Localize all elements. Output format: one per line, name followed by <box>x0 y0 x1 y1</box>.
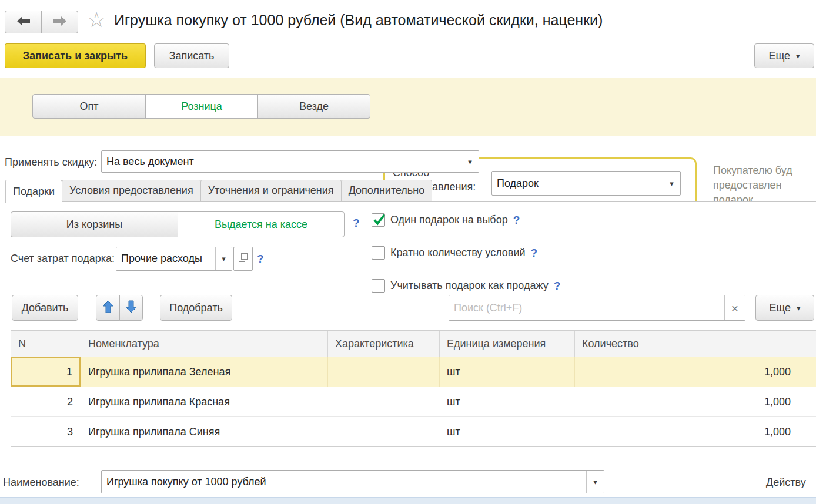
cell-unit[interactable]: шт <box>440 417 575 446</box>
cost-account-combo[interactable]: ▾ <box>116 247 232 271</box>
more-button-top-label: Еще <box>768 50 790 62</box>
tab-gifts[interactable]: Подарки <box>5 180 62 203</box>
cell-unit[interactable]: шт <box>440 387 575 416</box>
tab-bar: Подарки Условия предоставления Уточнения… <box>6 180 432 203</box>
forward-button[interactable] <box>41 11 78 33</box>
header-n[interactable]: N <box>11 331 81 357</box>
provision-method-dropdown-button[interactable]: ▾ <box>663 172 680 195</box>
chevron-down-icon: ▾ <box>593 478 597 486</box>
provision-hint-text: Покупателю буд предоставлен подарок. <box>713 163 792 207</box>
cell-n[interactable]: 1 <box>11 357 81 387</box>
segment-opt[interactable]: Опт <box>32 94 146 119</box>
table-header-row: N Номенклатура Характеристика Единица из… <box>11 330 816 357</box>
search-box: × <box>449 295 745 321</box>
save-close-button[interactable]: Записать и закрыть <box>5 43 146 68</box>
gift-source-segment-group: Из корзины Выдается на кассе <box>11 211 345 237</box>
header-characteristic[interactable]: Характеристика <box>328 331 440 357</box>
cost-account-open-button[interactable] <box>233 247 253 271</box>
count-as-sale-checkbox[interactable] <box>372 279 385 293</box>
multiplicity-label: Кратно количеству условий <box>390 247 526 259</box>
save-button[interactable]: Записать <box>154 43 229 68</box>
provision-method-value[interactable] <box>492 172 663 195</box>
apply-discount-label: Применять скидку: <box>5 156 97 169</box>
cost-account-value[interactable] <box>116 247 215 270</box>
chevron-down-icon: ▾ <box>797 304 801 312</box>
header-nomenclature[interactable]: Номенклатура <box>81 331 328 357</box>
move-up-button[interactable] <box>96 295 120 321</box>
name-dropdown-button[interactable]: ▾ <box>586 471 604 493</box>
search-clear-button[interactable]: × <box>724 295 745 320</box>
chevron-down-icon: ▾ <box>670 180 674 187</box>
count-as-sale-help-icon[interactable]: ? <box>554 280 561 293</box>
cost-account-label: Счет затрат подарка: <box>11 253 115 265</box>
tab-conditions[interactable]: Условия предоставления <box>62 180 201 201</box>
arrow-down-icon <box>125 300 137 316</box>
cell-nomenclature[interactable]: Игрушка прилипала Зеленая <box>81 357 328 387</box>
validity-label: Действу <box>766 476 806 489</box>
provision-method-combo[interactable]: ▾ <box>491 171 681 196</box>
table-row[interactable]: 1 Игрушка прилипала Зеленая шт 1,000 <box>11 357 816 387</box>
move-down-button[interactable] <box>119 295 143 321</box>
footer-strip <box>0 497 816 504</box>
gifts-table: N Номенклатура Характеристика Единица из… <box>11 330 816 447</box>
arrow-up-icon <box>102 300 114 316</box>
tab-clarifications[interactable]: Уточнения и ограничения <box>200 180 342 201</box>
cell-n[interactable]: 2 <box>11 387 81 416</box>
cell-qty[interactable]: 1,000 <box>575 357 816 387</box>
cell-qty[interactable]: 1,000 <box>575 387 816 416</box>
cell-characteristic[interactable] <box>328 357 440 387</box>
back-button[interactable] <box>5 11 42 33</box>
source-help-icon[interactable]: ? <box>353 217 360 230</box>
header-qty[interactable]: Количество <box>575 331 816 357</box>
one-gift-checkbox[interactable] <box>372 213 385 227</box>
cell-n[interactable]: 3 <box>11 417 81 446</box>
move-buttons-group <box>96 295 143 321</box>
search-input[interactable] <box>449 295 724 320</box>
table-row[interactable]: 3 Игрушка прилипала Синяя шт 1,000 <box>11 417 816 447</box>
more-button-list-label: Еще <box>769 302 791 314</box>
name-input[interactable] <box>102 471 586 493</box>
forward-arrow-icon <box>53 16 67 29</box>
add-button[interactable]: Добавить <box>12 295 78 321</box>
cell-nomenclature[interactable]: Игрушка прилипала Синяя <box>81 417 328 446</box>
cell-characteristic[interactable] <box>328 387 440 416</box>
cost-account-help-icon[interactable]: ? <box>257 253 264 266</box>
one-gift-label: Один подарок на выбор <box>390 214 508 226</box>
chevron-down-icon: ▾ <box>796 52 800 60</box>
favorite-star-icon[interactable]: ☆ <box>87 9 106 31</box>
checkmark-icon <box>372 212 387 230</box>
page-title: Игрушка покупку от 1000 рублей (Вид авто… <box>114 12 603 29</box>
count-as-sale-label: Учитывать подарок как продажу <box>390 280 549 292</box>
chevron-down-icon: ▾ <box>468 158 472 166</box>
source-segment-basket[interactable]: Из корзины <box>11 211 178 237</box>
pick-button[interactable]: Подобрать <box>160 295 232 321</box>
table-row[interactable]: 2 Игрушка прилипала Красная шт 1,000 <box>11 387 816 417</box>
header-unit[interactable]: Единица измерения <box>440 331 575 357</box>
one-gift-help-icon[interactable]: ? <box>513 214 520 227</box>
more-button-top[interactable]: Еще ▾ <box>754 43 814 68</box>
multiplicity-checkbox[interactable] <box>372 246 385 260</box>
name-combo[interactable]: ▾ <box>101 470 604 493</box>
segment-vezde[interactable]: Везде <box>257 94 370 119</box>
checkbox-row-one-gift: Один подарок на выбор ? <box>372 213 520 227</box>
multiplicity-help-icon[interactable]: ? <box>531 247 538 260</box>
tab-additional[interactable]: Дополнительно <box>341 180 433 201</box>
chevron-down-icon: ▾ <box>222 255 226 263</box>
more-button-list[interactable]: Еще ▾ <box>755 295 814 321</box>
segment-roznica[interactable]: Розница <box>145 94 258 119</box>
cell-unit[interactable]: шт <box>440 357 575 387</box>
apply-discount-dropdown-button[interactable]: ▾ <box>461 151 479 172</box>
scope-panel: Опт Розница Везде Способ предоставления:… <box>0 78 816 136</box>
checkbox-row-multiplicity: Кратно количеству условий ? <box>372 246 537 260</box>
checkbox-row-count-as-sale: Учитывать подарок как продажу ? <box>372 279 560 293</box>
apply-discount-combo[interactable]: ▾ <box>101 150 479 173</box>
cost-account-dropdown-button[interactable]: ▾ <box>215 247 232 270</box>
clear-icon: × <box>731 302 738 314</box>
apply-discount-value[interactable] <box>102 151 461 172</box>
cell-nomenclature[interactable]: Игрушка прилипала Красная <box>81 387 328 416</box>
discount-kind-window: ☆ Игрушка покупку от 1000 рублей (Вид ав… <box>0 0 816 504</box>
cell-qty[interactable]: 1,000 <box>575 417 816 446</box>
source-segment-cashdesk[interactable]: Выдается на кассе <box>178 211 345 237</box>
history-nav-group <box>5 11 78 33</box>
cell-characteristic[interactable] <box>328 417 440 446</box>
